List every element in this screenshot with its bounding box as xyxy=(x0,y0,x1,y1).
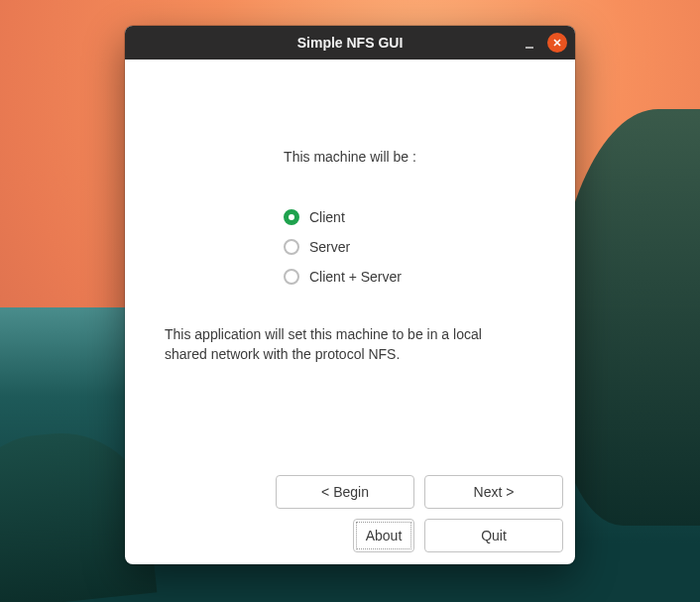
radio-icon xyxy=(284,239,299,255)
radio-icon xyxy=(284,209,299,225)
quit-button[interactable]: Quit xyxy=(424,519,563,552)
window-controls xyxy=(522,26,567,60)
desktop-background: Simple NFS GUI This machine will be : Cl… xyxy=(0,0,700,602)
titlebar[interactable]: Simple NFS GUI xyxy=(125,26,575,60)
footer: < Begin Next > About Quit xyxy=(125,463,575,564)
content-area: This machine will be : Client Server Cli… xyxy=(125,60,575,463)
radio-icon xyxy=(284,269,299,285)
radio-client[interactable]: Client xyxy=(284,202,535,232)
radio-label: Client xyxy=(309,209,345,225)
description-text: This application will set this machine t… xyxy=(165,325,535,364)
dialog-window: Simple NFS GUI This machine will be : Cl… xyxy=(125,26,575,564)
window-title: Simple NFS GUI xyxy=(297,35,404,51)
about-button[interactable]: About xyxy=(353,519,414,552)
radio-client-server[interactable]: Client + Server xyxy=(284,262,535,292)
radio-server[interactable]: Server xyxy=(284,232,535,262)
next-button[interactable]: Next > xyxy=(424,475,563,509)
heading: This machine will be : xyxy=(165,149,535,165)
begin-button[interactable]: < Begin xyxy=(276,475,414,509)
role-radio-group: Client Server Client + Server xyxy=(284,202,535,292)
minimize-button[interactable] xyxy=(522,35,537,51)
nav-button-row: < Begin Next > xyxy=(276,475,563,509)
radio-label: Server xyxy=(309,239,350,255)
radio-label: Client + Server xyxy=(309,269,402,285)
close-button[interactable] xyxy=(547,33,567,53)
action-button-row: About Quit xyxy=(353,519,563,552)
